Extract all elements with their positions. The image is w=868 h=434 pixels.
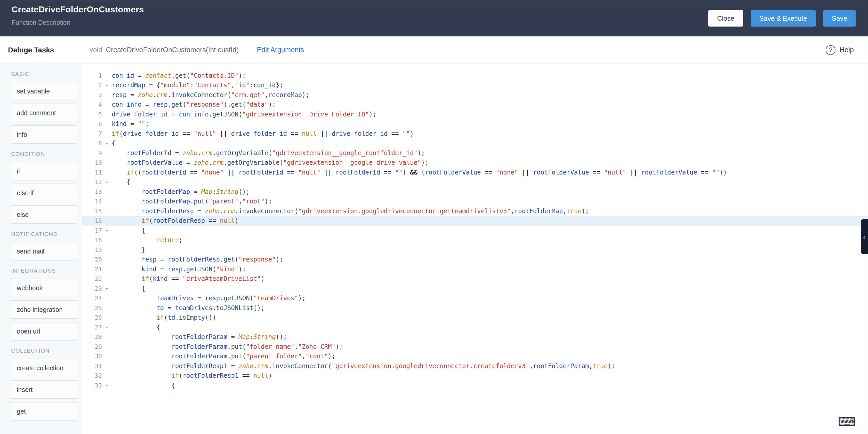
code-line-4[interactable]: 4con_info = resp.get("response").get("da… (82, 100, 868, 110)
code-text: resp = rootFolderResp.get("response"); (112, 256, 283, 263)
code-text: rootFolderParam.put("parent_folder","roo… (112, 353, 335, 360)
code-line-12[interactable]: 12▾ { (82, 177, 868, 187)
function-description-link[interactable]: Function Description (11, 19, 144, 26)
line-number: 31 (82, 363, 102, 370)
code-line-5[interactable]: 5drive_folder_id = con_info.getJSON("gdr… (82, 110, 868, 119)
sidebar-section-label: BASIC (11, 71, 82, 78)
code-line-33[interactable]: 33▾ { (82, 381, 868, 390)
code-line-19[interactable]: 19 } (82, 245, 868, 255)
code-line-27[interactable]: 27▾ { (82, 322, 868, 332)
line-number: 27 (82, 324, 102, 331)
fold-toggle-icon[interactable]: ▾ (102, 179, 112, 185)
sidebar-item-else[interactable]: else (10, 205, 77, 224)
code-line-28[interactable]: 28 rootFolderParam = Map:String(); (82, 332, 868, 342)
code-text: rootFolderResp1 = zoho.crm.invokeConnect… (112, 363, 615, 370)
code-line-32[interactable]: 32 if(rootFolderResp1 == null) (82, 371, 868, 381)
sidebar-item-open-url[interactable]: open url (10, 322, 77, 341)
code-text: td = teamDrives.toJSONList(); (112, 305, 265, 312)
code-line-21[interactable]: 21 kind = resp.getJSON("kind"); (82, 264, 868, 274)
fold-toggle-icon[interactable]: ▾ (102, 141, 112, 146)
function-title: CreateDriveFolderOnCustomers (11, 5, 144, 15)
code-text: drive_folder_id = con_info.getJSON("gdri… (112, 111, 376, 118)
line-number: 25 (82, 305, 102, 311)
code-text: { (112, 285, 145, 292)
code-line-22[interactable]: 22 if(kind == "drive#teamDriveList") (82, 274, 868, 284)
code-line-23[interactable]: 23▾ { (82, 284, 868, 294)
code-text: return; (112, 236, 183, 244)
chevron-left-icon: ‹ (863, 233, 865, 241)
header-titles: CreateDriveFolderOnCustomers Function De… (11, 0, 144, 36)
sidebar-section-label: NOTIFICATIONS (11, 231, 82, 237)
code-text: resp = zoho.crm.invokeConnector("crm.get… (112, 91, 309, 98)
line-number: 19 (82, 247, 102, 253)
code-line-9[interactable]: 9 rootFolderId = zoho.crm.getOrgVariable… (82, 148, 868, 158)
sidebar-item-set-variable[interactable]: set variable (10, 82, 77, 100)
edit-arguments-link[interactable]: Edit Arguments (257, 46, 304, 54)
code-line-8[interactable]: 8▾{ (82, 139, 868, 148)
code-line-13[interactable]: 13 rootFolderMap = Map:String(); (82, 187, 868, 197)
sidebar-item-get[interactable]: get (10, 402, 77, 421)
line-number: 26 (82, 314, 102, 321)
code-line-18[interactable]: 18 return; (82, 235, 868, 245)
fold-toggle-icon[interactable]: ▾ (102, 324, 112, 330)
line-number: 11 (82, 169, 102, 176)
line-number: 28 (82, 334, 102, 340)
code-line-3[interactable]: 3resp = zoho.crm.invokeConnector("crm.ge… (82, 90, 868, 100)
main-area: BASICset variableadd commentinfoCONDITIO… (0, 64, 868, 434)
keyboard-icon[interactable]: ⌨ (838, 416, 856, 428)
fold-toggle-icon[interactable]: ▾ (102, 228, 112, 233)
code-line-20[interactable]: 20 resp = rootFolderResp.get("response")… (82, 255, 868, 265)
code-line-7[interactable]: 7if(drive_folder_id == "null" || drive_f… (82, 129, 868, 139)
code-line-17[interactable]: 17▾ { (82, 226, 868, 235)
code-line-15[interactable]: 15 rootFolderResp = zoho.crm.invokeConne… (82, 206, 868, 216)
line-number: 23 (82, 285, 102, 292)
code-line-2[interactable]: 2▾recordMap = {"module":"Contacts","id":… (82, 81, 868, 90)
sidebar-item-create-collection[interactable]: create collection (10, 358, 77, 377)
line-number: 14 (82, 198, 102, 205)
code-line-26[interactable]: 26 if(td.isEmpty()) (82, 313, 868, 323)
sidebar-item-else-if[interactable]: else if (10, 183, 77, 202)
line-number: 16 (82, 218, 102, 224)
fold-toggle-icon[interactable]: ▾ (102, 383, 112, 388)
close-button[interactable]: Close (708, 10, 743, 27)
code-line-14[interactable]: 14 rootFolderMap.put("parent","root"); (82, 197, 868, 206)
code-text: { (112, 178, 130, 185)
deluge-tasks-title: Deluge Tasks (0, 46, 82, 54)
code-line-6[interactable]: 6kind = ""; (82, 119, 868, 129)
code-line-25[interactable]: 25 td = teamDrives.toJSONList(); (82, 303, 868, 313)
code-text: { (112, 140, 115, 147)
code-text: con_id = contact.get("Contacts.ID"); (112, 72, 246, 79)
sidebar-item-info[interactable]: info (10, 125, 77, 144)
sidebar-section-integrations: INTEGRATIONSwebhookzoho integrationopen … (10, 267, 82, 341)
code-line-24[interactable]: 24 teamDrives = resp.getJSON("teamDrives… (82, 294, 868, 303)
collapse-panel-tab[interactable]: ‹ (861, 219, 868, 254)
sidebar-item-send-mail[interactable]: send mail (10, 242, 77, 261)
line-number: 22 (82, 276, 102, 282)
code-line-10[interactable]: 10 rootFolderValue = zoho.crm.getOrgVari… (82, 158, 868, 168)
header-actions: Close Save & Execute Save (708, 0, 856, 36)
fold-toggle-icon[interactable]: ▾ (102, 286, 112, 291)
sidebar-item-if[interactable]: if (10, 162, 77, 180)
line-number: 15 (82, 208, 102, 214)
code-line-1[interactable]: 1con_id = contact.get("Contacts.ID"); (82, 71, 868, 81)
help-button[interactable]: ? Help (826, 45, 854, 55)
sidebar-section-notifications: NOTIFICATIONSsend mail (10, 231, 82, 261)
code-editor[interactable]: 1con_id = contact.get("Contacts.ID");2▾r… (82, 64, 868, 434)
sidebar-item-add-comment[interactable]: add comment (10, 104, 77, 122)
fold-toggle-icon[interactable]: ▾ (102, 83, 112, 88)
line-number: 33 (82, 382, 102, 389)
sidebar-section-basic: BASICset variableadd commentinfo (10, 71, 82, 144)
sidebar-item-zoho-integration[interactable]: zoho integration (10, 300, 77, 319)
code-line-29[interactable]: 29 rootFolderParam.put("folder_name","Zo… (82, 342, 868, 352)
code-line-11[interactable]: 11 if((rootFolderId == "none" || rootFol… (82, 168, 868, 177)
code-line-16[interactable]: 16 if(rootFolderResp == null) (82, 216, 868, 226)
save-execute-button[interactable]: Save & Execute (751, 10, 816, 27)
code-line-30[interactable]: 30 rootFolderParam.put("parent_folder","… (82, 352, 868, 361)
sidebar-item-webhook[interactable]: webhook (10, 279, 77, 297)
sidebar-section-label: COLLECTION (11, 348, 82, 354)
code-text: rootFolderParam.put("folder_name","Zoho … (112, 343, 343, 350)
save-button[interactable]: Save (823, 10, 856, 27)
code-text: kind = ""; (112, 120, 149, 127)
code-line-31[interactable]: 31 rootFolderResp1 = zoho.crm.invokeConn… (82, 361, 868, 371)
sidebar-item-insert[interactable]: insert (10, 380, 77, 399)
